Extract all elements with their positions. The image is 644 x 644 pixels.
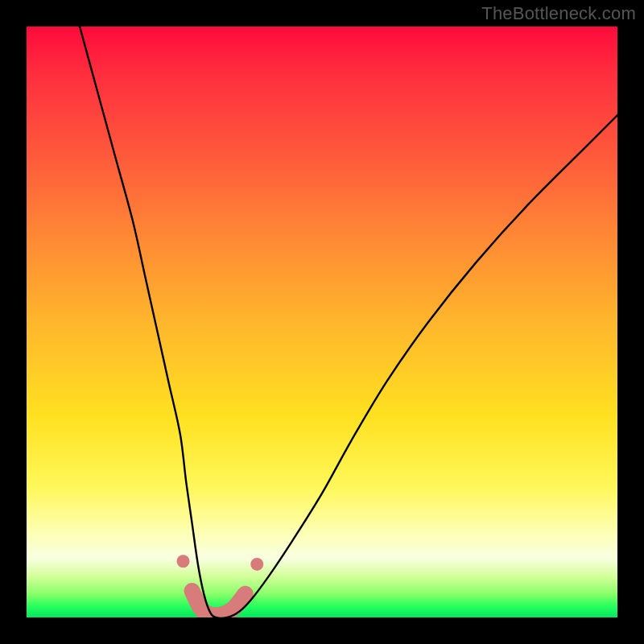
curve-layer <box>27 27 617 617</box>
bottleneck-curve <box>80 27 617 617</box>
chart-frame: TheBottleneck.com <box>0 0 644 644</box>
valley-dot-right <box>250 558 263 571</box>
watermark-text: TheBottleneck.com <box>481 3 636 24</box>
plot-area <box>27 27 617 617</box>
valley-marker <box>192 591 246 615</box>
valley-dot-left <box>177 555 190 568</box>
